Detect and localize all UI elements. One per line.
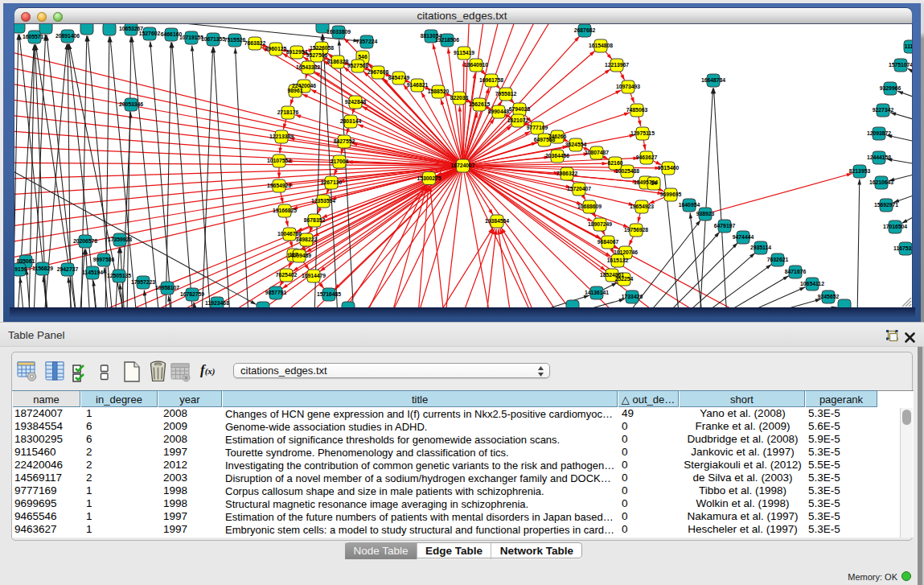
svg-text:10719155: 10719155 (179, 35, 203, 40)
svg-text:9777169: 9777169 (527, 125, 548, 130)
svg-text:2718176: 2718176 (277, 109, 299, 115)
svg-text:2935114: 2935114 (750, 245, 771, 250)
svg-text:8678352: 8678352 (304, 217, 326, 223)
svg-text:9242848: 9242848 (345, 99, 367, 105)
svg-text:10654112: 10654112 (800, 281, 824, 286)
svg-text:2687682: 2687682 (574, 27, 596, 33)
svg-text:1145194: 1145194 (82, 270, 103, 275)
svg-text:7632621: 7632621 (767, 257, 789, 262)
svg-text:15300275: 15300275 (417, 175, 441, 181)
svg-text:15716485: 15716485 (317, 291, 341, 297)
svg-text:7625402: 7625402 (276, 272, 298, 278)
svg-text:12213389: 12213389 (269, 134, 294, 139)
svg-text:1562615: 1562615 (469, 101, 491, 107)
svg-text:17359928: 17359928 (108, 237, 132, 242)
svg-text:16055713: 16055713 (23, 34, 47, 39)
svg-text:18640910: 18640910 (464, 62, 488, 68)
svg-text:16914479: 16914479 (302, 273, 326, 278)
svg-text:9474444: 9474444 (733, 234, 754, 240)
svg-text:39159: 39159 (14, 266, 27, 272)
svg-text:8186328: 8186328 (327, 59, 349, 64)
svg-text:3498222: 3498222 (296, 237, 318, 242)
svg-text:20891406: 20891406 (55, 33, 80, 39)
svg-text:10958107: 10958107 (155, 285, 179, 290)
svg-text:10807487: 10807487 (585, 150, 609, 155)
svg-text:9463627: 9463627 (636, 154, 658, 160)
svg-text:15692971: 15692971 (874, 202, 898, 208)
svg-text:19218506: 19218506 (435, 37, 459, 43)
svg-text:12975115: 12975115 (630, 130, 655, 136)
svg-text:7485063: 7485063 (626, 107, 648, 113)
svg-text:98961: 98961 (288, 88, 303, 93)
svg-text:1527602: 1527602 (139, 31, 161, 36)
svg-text:8960125: 8960125 (265, 46, 287, 51)
svg-text:546: 546 (358, 54, 368, 60)
svg-text:14136141: 14136141 (585, 290, 609, 295)
svg-text:15751074: 15751074 (889, 62, 912, 68)
svg-text:19384554: 19384554 (485, 218, 509, 224)
svg-text:10046786: 10046786 (277, 231, 302, 237)
svg-text:16154808: 16154808 (589, 43, 613, 48)
svg-text:1733426: 1733426 (622, 294, 643, 299)
svg-text:8454749: 8454749 (388, 75, 410, 80)
svg-text:822038: 822038 (450, 95, 469, 101)
svg-text:3624554: 3624554 (565, 142, 587, 147)
svg-text:835061: 835061 (17, 258, 35, 264)
svg-text:19756928: 19756928 (624, 227, 648, 233)
svg-text:8471676: 8471676 (785, 269, 807, 274)
svg-text:19166825: 19166825 (273, 208, 297, 213)
svg-text:9527506: 9527506 (306, 52, 328, 58)
svg-text:2803144: 2803144 (340, 118, 362, 124)
svg-text:14099489: 14099489 (287, 253, 311, 258)
svg-text:20206576: 20206576 (73, 238, 97, 244)
svg-text:11675313: 11675313 (893, 245, 912, 251)
svg-text:12093872: 12093872 (867, 130, 891, 136)
svg-text:16782759: 16782759 (180, 291, 204, 297)
svg-text:12505135: 12505135 (107, 273, 131, 278)
svg-text:1640954: 1640954 (679, 202, 700, 208)
svg-text:2967608: 2967608 (368, 69, 389, 75)
svg-text:9857791: 9857791 (265, 290, 287, 295)
svg-text:252254: 252254 (615, 276, 634, 282)
svg-text:10025488: 10025488 (615, 168, 639, 174)
svg-text:20053346: 20053346 (119, 101, 143, 107)
svg-text:746266: 746266 (548, 134, 567, 139)
svg-text:8990448: 8990448 (488, 109, 510, 114)
svg-text:9699695: 9699695 (660, 192, 682, 197)
svg-text:9527508: 9527508 (347, 63, 369, 68)
svg-text:9997586: 9997586 (93, 257, 115, 262)
svg-text:9515460: 9515460 (658, 165, 680, 171)
svg-text:7357224: 7357224 (356, 39, 378, 44)
svg-text:15720407: 15720407 (567, 186, 591, 192)
svg-text:1615132: 1615132 (607, 257, 629, 263)
svg-text:12213967: 12213967 (605, 62, 629, 68)
svg-text:7955812: 7955812 (495, 91, 517, 97)
svg-text:16543382: 16543382 (296, 64, 320, 70)
svg-text:9115419: 9115419 (454, 50, 474, 56)
svg-text:15226058: 15226058 (310, 45, 334, 51)
svg-text:217004: 217004 (331, 159, 349, 164)
svg-text:1588520: 1588520 (428, 89, 450, 94)
svg-text:9684067: 9684067 (598, 239, 619, 245)
svg-text:12353594: 12353594 (311, 198, 335, 204)
svg-text:19654923: 19654923 (267, 183, 291, 188)
svg-text:6794028: 6794028 (509, 106, 531, 112)
svg-text:7986322: 7986322 (556, 171, 578, 176)
svg-text:9245652: 9245652 (818, 294, 840, 299)
svg-text:3267130: 3267130 (321, 179, 343, 185)
svg-text:11923468: 11923468 (205, 300, 229, 306)
svg-text:19654923: 19654923 (630, 204, 654, 209)
svg-text:17016504: 17016504 (883, 224, 907, 229)
svg-text:17957223: 17957223 (131, 279, 155, 285)
svg-text:1156829: 1156829 (32, 266, 53, 271)
svg-text:18724007: 18724007 (450, 163, 474, 168)
svg-text:7515526: 7515526 (224, 37, 246, 43)
svg-text:10107552: 10107552 (267, 158, 291, 163)
svg-text:10688609: 10688609 (577, 204, 602, 209)
svg-text:2942737: 2942737 (57, 266, 79, 272)
svg-text:8213953: 8213953 (849, 168, 871, 174)
svg-text:10120746: 10120746 (614, 249, 638, 255)
svg-text:7663822: 7663822 (244, 40, 266, 46)
svg-text:18907249: 18907249 (588, 221, 612, 227)
svg-text:16033809: 16033809 (326, 29, 351, 35)
